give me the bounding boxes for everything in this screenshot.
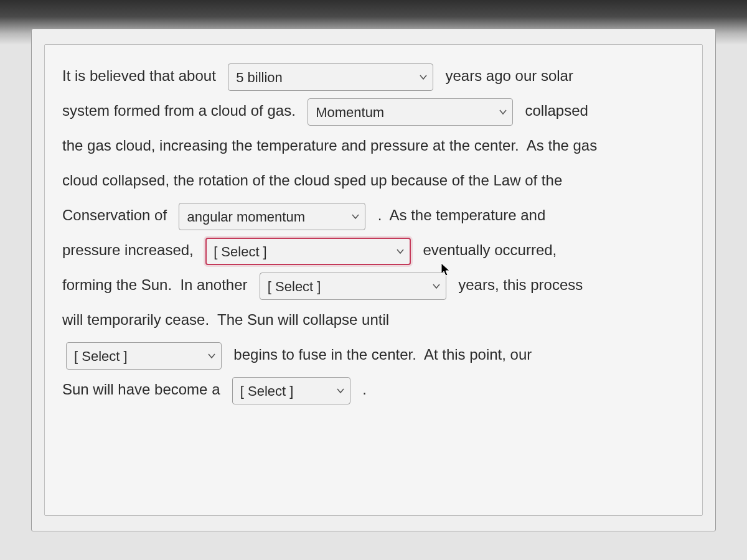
dropdown-value: [ Select ] [214, 244, 267, 259]
dropdown-sun-become[interactable]: [ Select ] [232, 377, 350, 404]
text-segment: will temporarily cease. The Sun will col… [62, 311, 389, 328]
dropdown-value: angular momentum [187, 209, 305, 225]
text-segment: Conservation of [62, 207, 171, 223]
text-segment: . As the temperature and [374, 207, 545, 223]
dropdown-force[interactable]: Momentum [308, 98, 513, 126]
text-segment: Sun will have become a [62, 381, 224, 398]
text-segment: It is believed that about [62, 67, 220, 84]
dropdown-years-ago[interactable]: 5 billion [228, 63, 433, 91]
dropdown-process-occurred[interactable]: [ Select ] [205, 238, 411, 265]
question-frame: It is believed that about 5 billion year… [31, 29, 716, 531]
text-segment: collapsed [521, 102, 588, 119]
dropdown-years-future[interactable]: [ Select ] [260, 273, 446, 300]
dropdown-value: [ Select ] [74, 348, 128, 364]
text-segment: . [359, 381, 367, 398]
dropdown-value: Momentum [316, 105, 384, 120]
text-segment: the gas cloud, increasing the temperatur… [62, 137, 597, 154]
dropdown-value: [ Select ] [268, 279, 321, 294]
chevron-down-icon [419, 73, 428, 82]
text-segment: pressure increased, [62, 241, 197, 258]
dropdown-value: 5 billion [236, 70, 283, 85]
text-segment: years ago our solar [441, 67, 573, 84]
text-segment: years, this process [454, 276, 583, 293]
dropdown-fuse-element[interactable]: [ Select ] [66, 342, 222, 370]
question-body: It is believed that about 5 billion year… [44, 44, 703, 516]
text-segment: cloud collapsed, the rotation of the clo… [62, 172, 562, 189]
screen: It is believed that about 5 billion year… [0, 0, 747, 560]
dropdown-value: [ Select ] [240, 383, 294, 399]
chevron-down-icon [336, 386, 345, 395]
dropdown-conservation[interactable]: angular momentum [179, 203, 365, 230]
text-segment: eventually occurred, [419, 241, 557, 258]
chevron-down-icon [207, 352, 216, 360]
chevron-down-icon [499, 108, 507, 116]
text-segment: system formed from a cloud of gas. [62, 102, 299, 119]
text-segment: forming the Sun. In another [62, 276, 251, 293]
chevron-down-icon [351, 212, 360, 221]
text-segment: begins to fuse in the center. At this po… [230, 346, 532, 363]
chevron-down-icon [432, 282, 441, 291]
chevron-down-icon [396, 247, 405, 256]
